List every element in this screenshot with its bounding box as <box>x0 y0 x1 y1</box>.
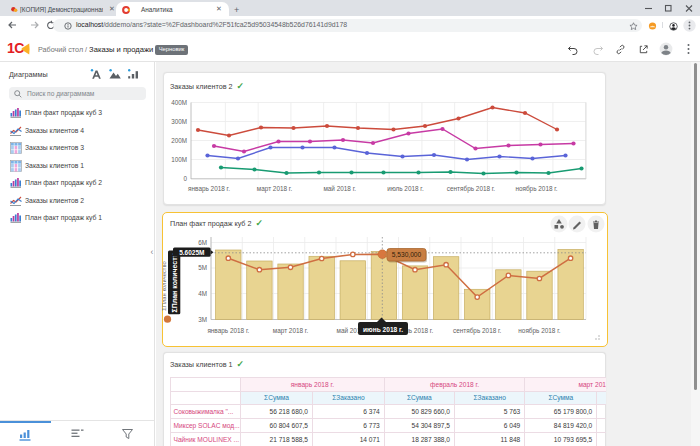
svg-text:январь 2018 г.: январь 2018 г. <box>188 185 230 193</box>
svg-text:ноябрь 2018 г.: ноябрь 2018 г. <box>518 327 560 335</box>
svg-text:сентябрь 2018 г.: сентябрь 2018 г. <box>447 185 496 193</box>
svg-text:январь 2018 г.: январь 2018 г. <box>207 327 249 335</box>
svg-text:3M: 3M <box>198 316 207 323</box>
svg-text:июль 2018 г.: июль 2018 г. <box>387 185 424 192</box>
svg-text:300M: 300M <box>171 118 187 125</box>
svg-text:400M: 400M <box>171 99 187 106</box>
svg-text:6M: 6M <box>198 239 207 246</box>
svg-text:4M: 4M <box>198 290 207 297</box>
svg-text:май 2018 г.: май 2018 г. <box>323 185 356 192</box>
svg-text:ноябрь 2018 г.: ноябрь 2018 г. <box>515 185 557 193</box>
svg-text:ΣПлан количести: ΣПлан количести <box>171 253 178 313</box>
svg-text:март 2018 г.: март 2018 г. <box>257 185 293 193</box>
svg-text:5,530,000: 5,530,000 <box>392 251 422 258</box>
svg-text:5.6025M: 5.6025M <box>179 249 204 256</box>
svg-text:100M: 100M <box>171 156 187 163</box>
svg-text:сентябрь 2018 г.: сентябрь 2018 г. <box>453 327 502 335</box>
svg-text:ΣПлан количество: ΣПлан количество <box>162 261 167 311</box>
svg-text:0: 0 <box>183 175 187 182</box>
svg-text:5M: 5M <box>198 264 207 271</box>
svg-text:200M: 200M <box>171 137 187 144</box>
svg-text:март 2018 г.: март 2018 г. <box>273 327 309 335</box>
svg-text:июнь 2018 г.: июнь 2018 г. <box>363 326 403 333</box>
